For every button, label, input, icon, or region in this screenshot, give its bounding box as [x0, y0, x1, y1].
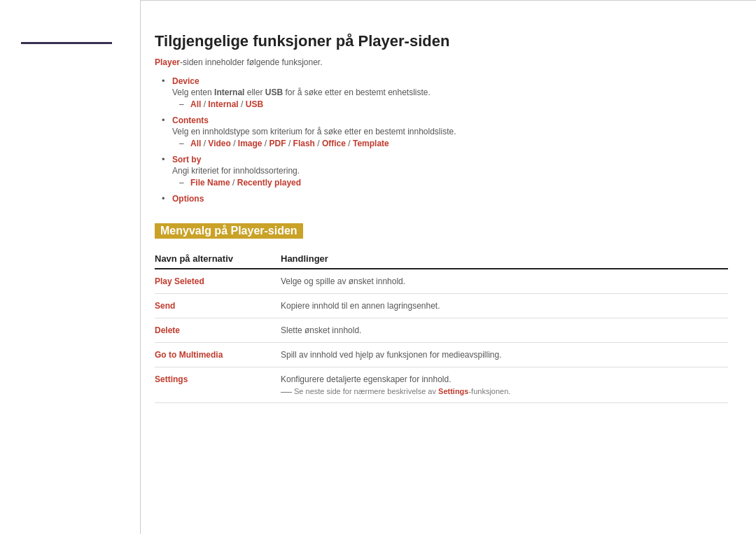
settings-action-text: Konfigurere detaljerte egenskaper for in…	[281, 374, 728, 384]
sidebar-decorative-line	[21, 42, 112, 44]
link-internal: Internal	[208, 99, 238, 109]
table-row: Go to Multimedia Spill av innhold ved hj…	[155, 343, 728, 367]
bullet-contents: Contents Velg en innholdstype som kriter…	[162, 115, 728, 148]
link-video: Video	[208, 139, 230, 148]
col-header-name: Navn på alternativ	[155, 249, 281, 269]
sortby-subitem: File Name / Recently played	[179, 178, 728, 188]
dash-line	[281, 392, 292, 393]
row-name-send: Send	[155, 294, 281, 318]
link-image: Image	[238, 139, 262, 148]
intro-highlight: Player	[155, 57, 180, 67]
table-header-row: Navn på alternativ Handlinger	[155, 249, 728, 269]
bullet-options: Options	[162, 193, 728, 204]
row-action-goto: Spill av innhold ved hjelp av funksjonen…	[281, 343, 728, 367]
bullet-device-desc: Velg enten Internal eller USB for å søke…	[172, 87, 728, 97]
main-content: Tilgjengelige funksjoner på Player-siden…	[140, 0, 756, 534]
device-subitem: All / Internal / USB	[179, 99, 728, 109]
bullet-device: Device Velg enten Internal eller USB for…	[162, 76, 728, 109]
page-container: Tilgjengelige funksjoner på Player-siden…	[0, 0, 756, 534]
page-title: Tilgjengelige funksjoner på Player-siden	[155, 32, 728, 50]
bullet-sortby-label: Sort by	[172, 155, 201, 164]
table-row: Delete Slette ønsket innhold.	[155, 318, 728, 343]
link-pdf: PDF	[270, 139, 286, 148]
bullet-sortby: Sort by Angi kriteriet for innholdssorte…	[162, 154, 728, 188]
table-row: Play Seleted Velge og spille av ønsket i…	[155, 269, 728, 294]
link-office: Office	[322, 139, 346, 148]
link-flash: Flash	[293, 139, 315, 148]
row-action-delete: Slette ønsket innhold.	[281, 318, 728, 343]
link-recently-played: Recently played	[237, 178, 301, 188]
link-template: Template	[353, 139, 389, 148]
row-name-delete: Delete	[155, 318, 281, 343]
intro-suffix: -siden inneholder følgende funksjoner.	[180, 57, 322, 67]
row-action-settings: Konfigurere detaljerte egenskaper for in…	[281, 367, 728, 403]
row-action-send: Kopiere innhold til en annen lagringsenh…	[281, 294, 728, 318]
table-row: Send Kopiere innhold til en annen lagrin…	[155, 294, 728, 318]
row-action-play: Velge og spille av ønsket innhold.	[281, 269, 728, 294]
bullet-sortby-desc: Angi kriteriet for innholdssortering.	[172, 166, 728, 176]
col-header-actions: Handlinger	[281, 249, 728, 269]
bullet-device-label: Device	[172, 76, 200, 86]
bullet-contents-label: Contents	[172, 115, 209, 125]
menu-table: Navn på alternativ Handlinger Play Selet…	[155, 249, 728, 403]
device-subitems: All / Internal / USB	[179, 99, 728, 109]
contents-subitems: All / Video / Image / PDF / Flash / Offi…	[179, 139, 728, 148]
sortby-subitems: File Name / Recently played	[179, 178, 728, 188]
features-list: Device Velg enten Internal eller USB for…	[162, 76, 728, 204]
row-name-settings: Settings	[155, 367, 281, 403]
settings-note: Se neste side for nærmere beskrivelse av…	[281, 387, 728, 395]
table-row: Settings Konfigurere detaljerte egenskap…	[155, 367, 728, 403]
contents-subitem: All / Video / Image / PDF / Flash / Offi…	[179, 139, 728, 148]
link-all-device: All	[190, 99, 201, 109]
left-sidebar	[0, 0, 140, 534]
link-usb: USB	[246, 99, 263, 109]
settings-note-bold: Settings	[438, 387, 468, 395]
bullet-contents-desc: Velg en innholdstype som kriterium for å…	[172, 127, 728, 136]
intro-text: Player-siden inneholder følgende funksjo…	[155, 57, 728, 67]
row-name-play: Play Seleted	[155, 269, 281, 294]
bullet-options-label: Options	[172, 194, 204, 204]
link-all-contents: All	[190, 139, 201, 148]
row-name-goto: Go to Multimedia	[155, 343, 281, 367]
section2-title: Menyvalg på Player-siden	[155, 223, 303, 239]
link-filename: File Name	[190, 178, 230, 188]
